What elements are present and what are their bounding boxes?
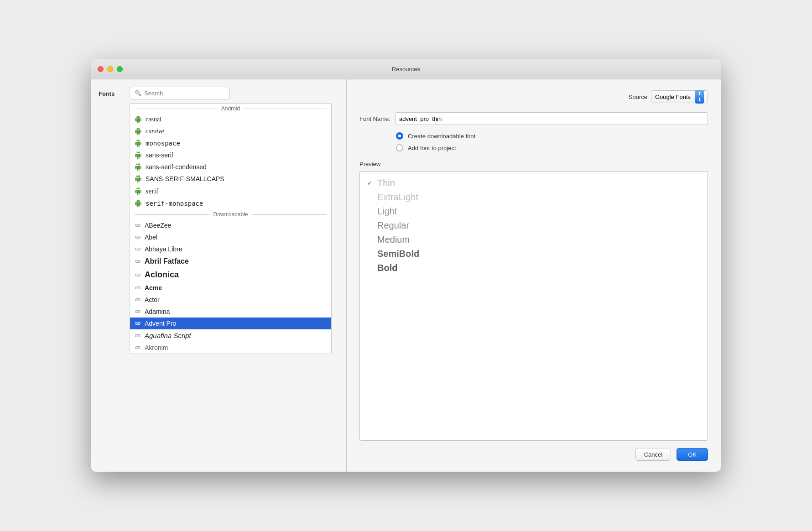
list-item[interactable]: cursive bbox=[130, 125, 331, 137]
preview-semibold-label: SemiBold bbox=[377, 249, 419, 259]
left-panel: Fonts 🔍 Android bbox=[91, 79, 347, 472]
source-select-arrows: ⬆⬇ bbox=[695, 90, 704, 104]
downloadable-section-header: Downloadable bbox=[130, 209, 331, 219]
list-item-advent-pro[interactable]: Advent Pro bbox=[130, 318, 331, 329]
preview-semibold[interactable]: SemiBold bbox=[367, 248, 700, 260]
android-icon bbox=[135, 151, 142, 159]
font-name-akronim: Akronim bbox=[145, 344, 168, 351]
search-bar[interactable]: 🔍 bbox=[130, 87, 230, 99]
preview-light[interactable]: Light bbox=[367, 205, 700, 218]
font-name-abeezee: ABeeZee bbox=[145, 222, 171, 229]
checkmark-icon: ✓ bbox=[367, 180, 374, 187]
radio-label-downloadable: Create downloadable font bbox=[408, 133, 475, 140]
radio-btn-downloadable[interactable] bbox=[396, 132, 403, 140]
link-icon bbox=[135, 344, 141, 351]
link-icon bbox=[135, 297, 141, 303]
maximize-button[interactable] bbox=[117, 66, 123, 72]
link-icon bbox=[135, 258, 141, 265]
list-item[interactable]: Adamina bbox=[130, 306, 331, 318]
android-icon bbox=[135, 175, 142, 182]
preview-medium-label: Medium bbox=[377, 234, 410, 245]
font-name-row: Font Name: bbox=[359, 112, 708, 125]
resources-window: Resources Fonts 🔍 Android bbox=[91, 59, 721, 472]
font-name-serif: serif bbox=[146, 187, 158, 195]
list-item[interactable]: Akronim bbox=[130, 342, 331, 354]
fonts-label: Fonts bbox=[91, 87, 122, 97]
font-list[interactable]: Android casual cursive bbox=[130, 103, 332, 354]
radio-group: Create downloadable font Add font to pro… bbox=[396, 132, 708, 151]
preview-light-label: Light bbox=[377, 206, 397, 217]
preview-bold-label: Bold bbox=[377, 263, 397, 273]
link-icon bbox=[135, 333, 141, 339]
right-panel: Source Google Fonts ⬆⬇ Font Name: Create… bbox=[347, 79, 721, 472]
close-button[interactable] bbox=[98, 66, 104, 72]
list-item[interactable]: ABeeZee bbox=[130, 219, 331, 231]
list-item[interactable]: Acme bbox=[130, 282, 331, 294]
preview-bold[interactable]: Bold bbox=[367, 262, 700, 274]
preview-thin-label: Thin bbox=[377, 178, 395, 188]
preview-regular-label: Regular bbox=[377, 220, 409, 231]
preview-medium[interactable]: Medium bbox=[367, 234, 700, 246]
preview-thin[interactable]: ✓ Thin bbox=[367, 177, 700, 189]
android-icon bbox=[135, 116, 142, 123]
font-name-sans-serif-condensed: sans-serif-condensed bbox=[146, 163, 207, 171]
font-name-abel: Abel bbox=[145, 234, 157, 241]
bottom-bar: Cancel OK bbox=[359, 441, 708, 461]
preview-label: Preview bbox=[359, 161, 708, 167]
font-name-actor: Actor bbox=[145, 296, 160, 303]
list-item[interactable]: Abhaya Libre bbox=[130, 243, 331, 255]
font-name-abril: Abril Fatface bbox=[145, 257, 189, 266]
list-item[interactable]: Aclonica bbox=[130, 268, 331, 282]
preview-extralight-label: ExtraLight bbox=[377, 192, 418, 203]
ok-button[interactable]: OK bbox=[677, 448, 708, 461]
top-bar: Source Google Fonts ⬆⬇ bbox=[359, 90, 708, 103]
minimize-button[interactable] bbox=[107, 66, 113, 72]
search-icon: 🔍 bbox=[135, 90, 141, 96]
font-name-adamina: Adamina bbox=[145, 308, 170, 315]
font-name-field[interactable] bbox=[395, 112, 708, 125]
link-icon bbox=[135, 320, 141, 327]
font-name-serif-monospace: serif-monospace bbox=[146, 200, 203, 207]
preview-section: Preview ✓ Thin ExtraLight Light bbox=[359, 161, 708, 441]
preview-regular[interactable]: Regular bbox=[367, 219, 700, 232]
traffic-lights bbox=[98, 66, 123, 72]
list-item[interactable]: SANS-SERIF-SMALLCAPS bbox=[130, 173, 331, 185]
link-icon bbox=[135, 222, 141, 229]
list-item[interactable]: sans-serif-condensed bbox=[130, 161, 331, 173]
list-item[interactable]: Abel bbox=[130, 231, 331, 243]
android-section-header: Android bbox=[130, 104, 331, 114]
radio-btn-add-project[interactable] bbox=[396, 144, 403, 151]
list-item[interactable]: monospace bbox=[130, 137, 331, 149]
android-icon bbox=[135, 140, 142, 147]
list-item[interactable]: casual bbox=[130, 114, 331, 125]
font-name-abhaya: Abhaya Libre bbox=[145, 245, 182, 253]
list-item[interactable]: sans-serif bbox=[130, 149, 331, 161]
radio-label-add-project: Add font to project bbox=[408, 145, 456, 151]
font-name-aclonica: Aclonica bbox=[145, 270, 179, 280]
link-icon bbox=[135, 246, 141, 252]
search-input[interactable] bbox=[144, 90, 225, 97]
android-icon bbox=[135, 163, 142, 171]
list-item[interactable]: Aguafina Script bbox=[130, 329, 331, 342]
list-item[interactable]: Abril Fatface bbox=[130, 255, 331, 268]
window-title: Resources bbox=[392, 66, 420, 73]
link-icon bbox=[135, 272, 141, 278]
source-value: Google Fonts bbox=[655, 94, 691, 100]
preview-extralight[interactable]: ExtraLight bbox=[367, 191, 700, 203]
preview-box: ✓ Thin ExtraLight Light Regular bbox=[359, 171, 708, 441]
list-item[interactable]: Actor bbox=[130, 294, 331, 306]
list-item[interactable]: serif bbox=[130, 185, 331, 198]
radio-create-downloadable[interactable]: Create downloadable font bbox=[396, 132, 708, 140]
android-icon bbox=[135, 200, 142, 207]
titlebar: Resources bbox=[91, 59, 721, 79]
radio-add-to-project[interactable]: Add font to project bbox=[396, 144, 708, 151]
font-name-casual: casual bbox=[146, 116, 161, 123]
cancel-button[interactable]: Cancel bbox=[635, 448, 671, 461]
font-name-acme: Acme bbox=[145, 284, 162, 292]
link-icon bbox=[135, 234, 141, 240]
font-name-label: Font Name: bbox=[359, 115, 390, 122]
link-icon bbox=[135, 308, 141, 315]
list-item[interactable]: serif-monospace bbox=[130, 198, 331, 209]
source-select[interactable]: Google Fonts ⬆⬇ bbox=[651, 90, 708, 103]
font-name-advent-pro: Advent Pro bbox=[145, 320, 176, 327]
